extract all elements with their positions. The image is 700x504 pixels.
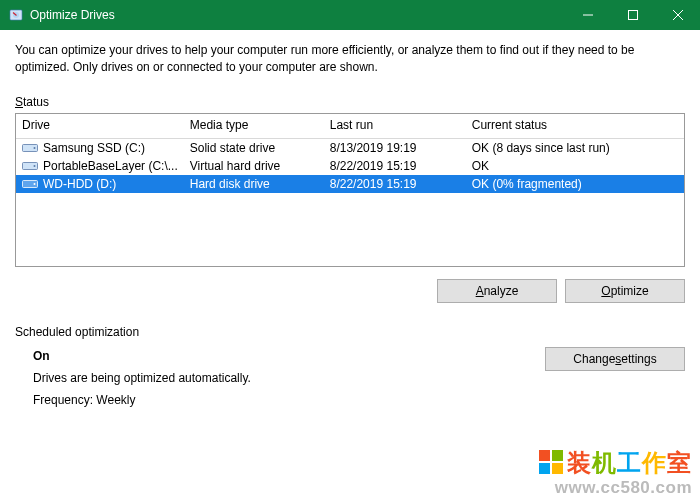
intro-text: You can optimize your drives to help you…	[15, 42, 685, 77]
optimize-button[interactable]: Optimize	[565, 279, 685, 303]
status-label: Status	[15, 95, 685, 109]
drive-icon	[22, 160, 38, 172]
last-run: 8/22/2019 15:19	[324, 157, 466, 175]
last-run: 8/22/2019 15:19	[324, 175, 466, 193]
svg-rect-10	[552, 450, 563, 461]
current-status: OK	[466, 157, 684, 175]
media-type: Virtual hard drive	[184, 157, 324, 175]
close-button[interactable]	[655, 0, 700, 30]
col-status[interactable]: Current status	[466, 114, 684, 139]
scheduled-label: Scheduled optimization	[15, 325, 685, 339]
drive-icon	[22, 142, 38, 154]
change-settings-button[interactable]: Change settings	[545, 347, 685, 371]
maximize-button[interactable]	[610, 0, 655, 30]
svg-point-8	[34, 183, 36, 185]
svg-rect-11	[539, 463, 550, 474]
table-row[interactable]: PortableBaseLayer (C:\...Virtual hard dr…	[16, 157, 684, 175]
drive-name: Samsung SSD (C:)	[43, 141, 145, 155]
svg-point-6	[34, 165, 36, 167]
app-icon	[8, 7, 24, 23]
current-status: OK (0% fragmented)	[466, 175, 684, 193]
media-type: Hard disk drive	[184, 175, 324, 193]
table-row[interactable]: WD-HDD (D:)Hard disk drive8/22/2019 15:1…	[16, 175, 684, 193]
minimize-button[interactable]	[565, 0, 610, 30]
scheduled-freq: Frequency: Weekly	[33, 393, 685, 407]
analyze-button[interactable]: Analyze	[437, 279, 557, 303]
col-last[interactable]: Last run	[324, 114, 466, 139]
col-media[interactable]: Media type	[184, 114, 324, 139]
svg-rect-12	[552, 463, 563, 474]
drive-name: PortableBaseLayer (C:\...	[43, 159, 178, 173]
svg-rect-2	[628, 11, 637, 20]
svg-rect-9	[539, 450, 550, 461]
svg-point-4	[34, 147, 36, 149]
col-drive[interactable]: Drive	[16, 114, 184, 139]
media-type: Solid state drive	[184, 138, 324, 157]
window-title: Optimize Drives	[30, 8, 565, 22]
watermark: 装机工作室 www.cc580.com	[539, 447, 692, 498]
scheduled-desc: Drives are being optimized automatically…	[33, 371, 685, 385]
window-controls	[565, 0, 700, 30]
drive-icon	[22, 178, 38, 190]
drive-list[interactable]: Drive Media type Last run Current status…	[15, 113, 685, 267]
drive-name: WD-HDD (D:)	[43, 177, 116, 191]
titlebar: Optimize Drives	[0, 0, 700, 30]
table-header-row: Drive Media type Last run Current status	[16, 114, 684, 139]
table-row[interactable]: Samsung SSD (C:)Solid state drive8/13/20…	[16, 138, 684, 157]
current-status: OK (8 days since last run)	[466, 138, 684, 157]
last-run: 8/13/2019 19:19	[324, 138, 466, 157]
